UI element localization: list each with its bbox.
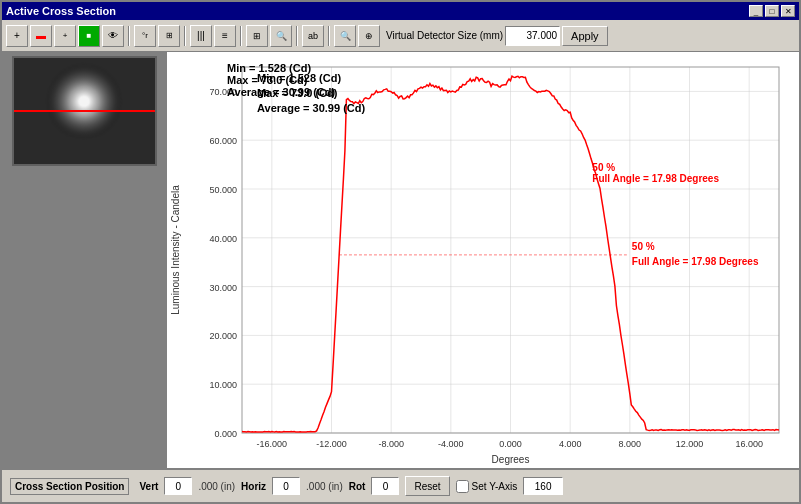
maximize-button[interactable]: □ [765,5,779,17]
tool-btn-9[interactable]: ≡ [214,25,236,47]
svg-text:4.000: 4.000 [559,439,582,449]
svg-text:Average = 30.99 (Cd): Average = 30.99 (Cd) [257,102,365,114]
separator-4 [296,26,298,46]
horiz-input[interactable] [272,477,300,495]
reset-button[interactable]: Reset [405,476,449,496]
tool-btn-4[interactable]: ■ [78,25,100,47]
svg-text:Degrees: Degrees [492,454,530,465]
svg-text:50.000: 50.000 [209,185,237,195]
tool-btn-5[interactable]: 👁 [102,25,124,47]
svg-text:50 %: 50 % [632,241,655,252]
set-y-label[interactable]: Set Y-Axis [456,480,518,493]
tool-btn-11[interactable]: 🔍 [270,25,292,47]
separator-5 [328,26,330,46]
separator-1 [128,26,130,46]
svg-text:0.000: 0.000 [499,439,522,449]
angle-annotation: 50 % Full Angle = 17.98 Degrees [592,162,719,184]
tool-btn-6[interactable]: °r [134,25,156,47]
apply-button[interactable]: Apply [562,26,608,46]
cross-section-line [14,110,155,112]
svg-text:40.000: 40.000 [209,234,237,244]
tool-btn-14[interactable]: ⊕ [358,25,380,47]
detector-label: Virtual Detector Size (mm) [386,30,503,41]
svg-text:-12.000: -12.000 [316,439,347,449]
left-panel [2,52,167,468]
svg-text:20.000: 20.000 [209,331,237,341]
cross-section-label: Cross Section Position [10,478,129,495]
detector-value-input[interactable] [505,26,560,46]
svg-text:60.000: 60.000 [209,136,237,146]
window-controls: _ □ ✕ [749,5,795,17]
horiz-unit: .000 (in) [306,481,343,492]
set-y-checkbox[interactable] [456,480,469,493]
tool-btn-7[interactable]: ⊞ [158,25,180,47]
tool-btn-1[interactable]: + [6,25,28,47]
svg-text:8.000: 8.000 [619,439,642,449]
main-window: Active Cross Section _ □ ✕ + ▬ + ■ 👁 °r … [0,0,801,504]
svg-text:16.000: 16.000 [735,439,763,449]
svg-text:0.000: 0.000 [214,429,237,439]
minimize-button[interactable]: _ [749,5,763,17]
chart-area: Min = 1.528 (Cd) Max = 73.0 (Cd) Average… [167,52,799,468]
svg-text:-8.000: -8.000 [378,439,404,449]
y-value-display: 160 [523,477,563,495]
vert-input[interactable] [164,477,192,495]
close-button[interactable]: ✕ [781,5,795,17]
bottom-bar: Cross Section Position Vert .000 (in) Ho… [2,468,799,502]
separator-3 [240,26,242,46]
vert-unit: .000 (in) [198,481,235,492]
svg-text:10.000: 10.000 [209,380,237,390]
preview-image [12,56,157,166]
tool-btn-10[interactable]: ⊞ [246,25,268,47]
main-area: Min = 1.528 (Cd) Max = 73.0 (Cd) Average… [2,52,799,468]
rot-label: Rot [349,481,366,492]
horiz-label: Horiz [241,481,266,492]
svg-text:Luminous Intensity - Candela: Luminous Intensity - Candela [170,185,181,315]
rot-input[interactable] [371,477,399,495]
tool-btn-13[interactable]: 🔍 [334,25,356,47]
tool-btn-2[interactable]: ▬ [30,25,52,47]
stat-min: Min = 1.528 (Cd) [227,62,335,74]
toolbar: + ▬ + ■ 👁 °r ⊞ ||| ≡ ⊞ 🔍 ab 🔍 ⊕ Virtual … [2,20,799,52]
svg-text:Full Angle = 17.98 Degrees: Full Angle = 17.98 Degrees [632,256,759,267]
window-title: Active Cross Section [6,5,116,17]
tool-btn-8[interactable]: ||| [190,25,212,47]
separator-2 [184,26,186,46]
svg-text:-16.000: -16.000 [257,439,288,449]
svg-text:12.000: 12.000 [676,439,704,449]
angle-value: Full Angle = 17.98 Degrees [592,173,719,184]
tool-btn-12[interactable]: ab [302,25,324,47]
svg-text:-4.000: -4.000 [438,439,464,449]
tool-btn-3[interactable]: + [54,25,76,47]
stats-box: Min = 1.528 (Cd) Max = 73.0 (Cd) Average… [227,62,335,98]
stat-avg: Average = 30.99 (Cd) [227,86,335,98]
angle-percent: 50 % [592,162,719,173]
vert-label: Vert [139,481,158,492]
stat-max: Max = 73.0 (Cd) [227,74,335,86]
title-bar: Active Cross Section _ □ ✕ [2,2,799,20]
svg-text:30.000: 30.000 [209,283,237,293]
